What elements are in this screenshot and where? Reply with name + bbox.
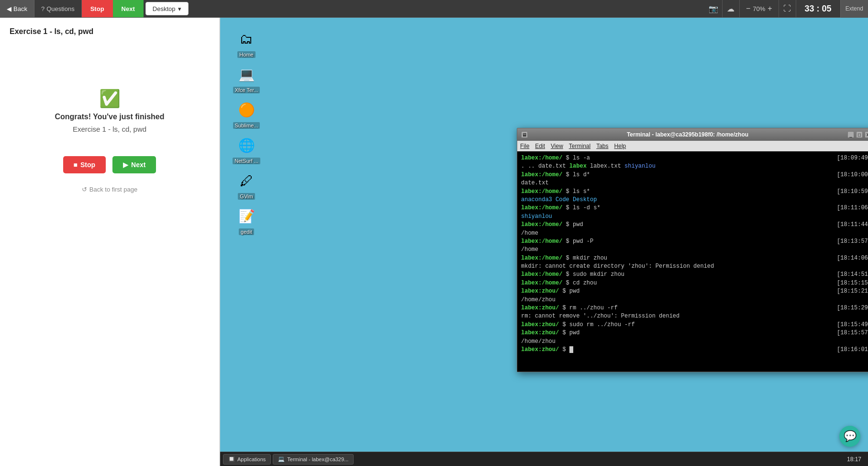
zoom-control: − 70% +: [740, 0, 779, 18]
terminal-line: shiyanlou: [521, 213, 868, 221]
menu-file[interactable]: File: [520, 143, 529, 149]
terminal-line: labex:zhou/ $ pwd[18:15:57]: [521, 329, 868, 337]
exercise-title: Exercise 1 - ls, cd, pwd: [10, 27, 210, 36]
terminal-line: /home/zhou: [521, 296, 868, 304]
terminal-line: anaconda3 Code Desktop: [521, 196, 868, 204]
icon-image: 🗂: [235, 27, 258, 50]
desktop-icon-gedit[interactable]: 📝 gedit: [230, 205, 263, 235]
desktop-icon-netsurf[interactable]: 🌐 NetSurf ...: [230, 134, 263, 164]
desktop-icon-sublime[interactable]: 🟠 Sublime...: [230, 98, 263, 129]
screenshot-icon[interactable]: 📷: [705, 0, 723, 18]
desktop-dropdown[interactable]: Desktop ▾: [145, 2, 189, 15]
terminal-line: date.txt: [521, 179, 868, 187]
stop-button-left[interactable]: ■ Stop: [63, 156, 106, 173]
fullscreen-icon[interactable]: ⛶: [779, 0, 796, 18]
icon-label: Sublime...: [233, 122, 260, 129]
terminal-line: /home/zhou: [521, 338, 868, 346]
terminal-line: labex:/home/ $ ls s*[18:10:59]: [521, 188, 868, 196]
terminal-line: labex:zhou/ $ [18:16:01]: [521, 346, 868, 354]
terminal-line: labex:zhou/ $ rm ../zhou -rf[18:15:29]: [521, 304, 868, 312]
zoom-level: 70%: [753, 5, 765, 12]
upload-icon[interactable]: ☁: [723, 0, 740, 18]
terminal-line: labex:/home/ $ pwd -P[18:13:57]: [521, 238, 868, 246]
terminal-window[interactable]: 🖥 Terminal - labex@ca3295b198f0: /home/z…: [517, 128, 868, 372]
taskbar-terminal[interactable]: 💻 Terminal - labex@ca329...: [273, 454, 354, 465]
taskbar: 🔲 Applications 💻 Terminal - labex@ca329.…: [220, 452, 868, 466]
terminal-line: . .. date.txt labex labex.txt shiyanlou: [521, 162, 868, 170]
questions-button[interactable]: ? Questions: [34, 0, 82, 17]
icon-label: gedit: [239, 228, 254, 235]
terminal-line: labex:/home/ $ ls d*[18:10:00]: [521, 171, 868, 179]
congrats-line2: Exercise 1 - ls, cd, pwd: [73, 125, 146, 133]
terminal-titlebar: 🖥 Terminal - labex@ca3295b198f0: /home/z…: [517, 128, 868, 141]
icon-label: Xfce Ter...: [233, 87, 260, 93]
menu-tabs[interactable]: Tabs: [596, 143, 608, 149]
terminal-line: /home: [521, 246, 868, 254]
terminal-body[interactable]: labex:/home/ $ ls -a[18:09:49]. .. date.…: [517, 151, 868, 372]
menu-edit[interactable]: Edit: [535, 143, 545, 149]
terminal-line: labex:/home/ $ mkdir zhou[18:14:06]: [521, 254, 868, 262]
action-buttons: ■ Stop ▶ Next: [63, 156, 156, 173]
desktop-panel: 🗂 Home 💻 Xfce Ter... 🟠 Sublime... 🌐 NetS…: [220, 18, 868, 466]
apps-icon: 🔲: [228, 456, 235, 462]
taskbar-applications[interactable]: 🔲 Applications: [223, 454, 271, 465]
chat-button[interactable]: 💬: [839, 426, 860, 447]
back-icon: ◀: [7, 5, 11, 12]
timer-display: 33 : 05: [796, 4, 840, 14]
terminal-icon: 💻: [278, 456, 285, 462]
chat-icon: 💬: [844, 430, 857, 443]
terminal-line: mkdir: cannot create directory 'zhou': P…: [521, 262, 868, 271]
terminal-menubar: FileEditViewTerminalTabsHelp: [517, 141, 868, 151]
check-circle-icon: ✅: [99, 89, 121, 109]
icon-image: 📝: [235, 205, 258, 227]
icon-label: Home: [237, 51, 255, 58]
stop-icon: ■: [74, 161, 78, 169]
next-icon: ▶: [123, 161, 128, 169]
topbar: ◀ Back ? Questions Stop Next Desktop ▾ 📷…: [0, 0, 868, 18]
terminal-line: rm: cannot remove '../zhou': Permission …: [521, 312, 868, 320]
desktop-icon-xfce-terminal[interactable]: 💻 Xfce Ter...: [230, 63, 263, 93]
congrats-line1: Congrats! You've just finished: [55, 113, 164, 121]
terminal-line: labex:/home/ $ ls -d s*[18:11:06]: [521, 204, 868, 212]
icon-label: GVim: [238, 193, 255, 200]
chevron-down-icon: ▾: [178, 5, 181, 12]
desktop-icon-home[interactable]: 🗂 Home: [230, 27, 263, 58]
desktop-icon-gvim[interactable]: 🖊 GVim: [230, 169, 263, 200]
close-button[interactable]: ✕: [865, 131, 868, 138]
maximize-button[interactable]: □: [856, 131, 863, 138]
taskbar-time: 18:17: [847, 456, 865, 463]
menu-view[interactable]: View: [551, 143, 563, 149]
menu-help[interactable]: Help: [614, 143, 626, 149]
menu-terminal[interactable]: Terminal: [569, 143, 590, 149]
terminal-line: labex:/home/ $ ls -a[18:09:49]: [521, 154, 868, 162]
main-layout: Exercise 1 - ls, cd, pwd ✅ Congrats! You…: [0, 18, 868, 466]
back-to-first-page[interactable]: ↺ Back to first page: [82, 186, 137, 193]
congrats-area: ✅ Congrats! You've just finished Exercis…: [10, 89, 210, 193]
next-button[interactable]: Next: [113, 0, 144, 17]
desktop-icons: 🗂 Home 💻 Xfce Ter... 🟠 Sublime... 🌐 NetS…: [230, 27, 263, 235]
terminal-line: labex:/home/ $ pwd[18:11:44]: [521, 221, 868, 229]
zoom-out-button[interactable]: −: [745, 4, 752, 13]
icon-label: NetSurf ...: [233, 158, 260, 164]
minimize-button[interactable]: _: [847, 131, 854, 138]
terminal-line: labex:zhou/ $ sudo rm ../zhou -rf[18:15:…: [521, 321, 868, 329]
terminal-line: labex:/home/ $ cd zhou[18:15:15]: [521, 279, 868, 287]
zoom-in-button[interactable]: +: [766, 4, 773, 13]
icon-image: 🌐: [235, 134, 258, 157]
question-icon: ?: [41, 5, 45, 12]
back-button[interactable]: ◀ Back: [0, 0, 34, 17]
icon-image: 🖊: [235, 169, 258, 192]
stop-button[interactable]: Stop: [82, 0, 113, 17]
next-button-left[interactable]: ▶ Next: [112, 156, 156, 173]
icon-image: 💻: [235, 63, 258, 86]
terminal-line: labex:/home/ $ sudo mkdir zhou[18:14:51]: [521, 271, 868, 279]
extend-button[interactable]: Extend: [840, 0, 868, 18]
icon-image: 🟠: [235, 98, 258, 121]
left-panel: Exercise 1 - ls, cd, pwd ✅ Congrats! You…: [0, 18, 220, 466]
terminal-line: labex:zhou/ $ pwd[18:15:21]: [521, 287, 868, 296]
undo-icon: ↺: [82, 186, 87, 193]
terminal-title: Terminal - labex@ca3295b198f0: /home/zho…: [530, 131, 846, 138]
terminal-line: /home: [521, 229, 868, 238]
window-icon[interactable]: 🖥: [521, 131, 528, 138]
